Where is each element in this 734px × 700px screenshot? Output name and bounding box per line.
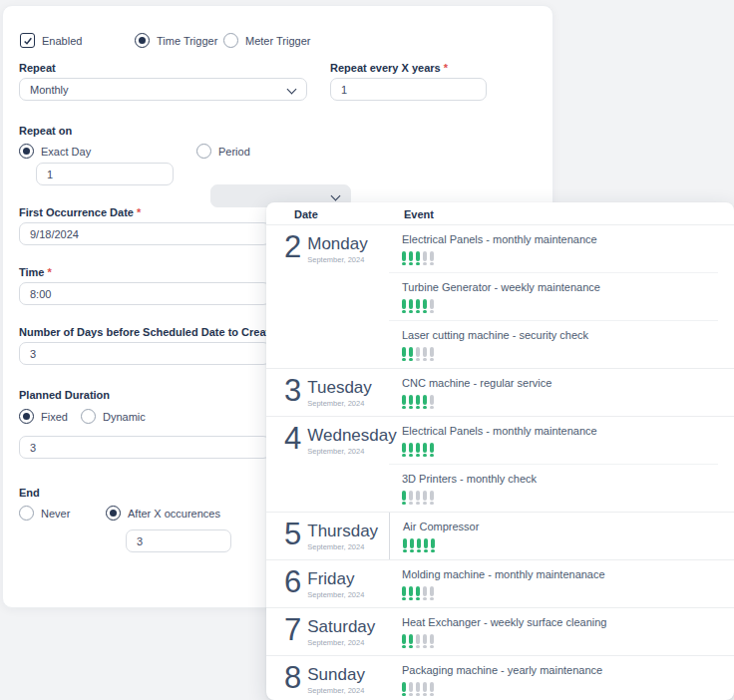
after-x-occurences-radio[interactable]: [106, 506, 121, 521]
day-row: 5ThursdaySeptember, 2024Air Compressor: [266, 512, 734, 559]
date-cell: 4WednesdaySeptember, 2024: [266, 417, 389, 512]
event-item[interactable]: Turbine Generator - weekly maintenance: [389, 272, 718, 320]
meter-trigger-radio[interactable]: [223, 33, 238, 48]
event-title: Electrical Panels - monthly maintenance: [402, 233, 718, 246]
day-subtitle: September, 2024: [307, 542, 378, 551]
progress-bar-segment: [416, 586, 420, 600]
progress-bar-segment: [416, 347, 420, 361]
period-radio[interactable]: [196, 144, 211, 159]
progress-bar-segment: [409, 251, 413, 265]
progress-bars: [402, 347, 718, 361]
exact-day-option[interactable]: Exact Day: [19, 144, 91, 159]
repeat-every-input[interactable]: [330, 78, 487, 101]
day-name: Wednesday: [307, 427, 396, 445]
day-name: Friday: [307, 570, 364, 588]
date-cell: 8SundaySeptember, 2024: [266, 656, 389, 700]
date-column-header: Date: [266, 208, 389, 220]
event-title: Turbine Generator - weekly maintenance: [402, 281, 718, 294]
day-number: 8: [284, 664, 301, 692]
fixed-option[interactable]: Fixed: [19, 409, 68, 424]
day-number: 7: [284, 616, 301, 644]
progress-bar-segment: [430, 299, 434, 313]
progress-bar-segment: [423, 299, 427, 313]
event-item[interactable]: Electrical Panels - monthly maintenance: [389, 417, 718, 464]
time-trigger-option[interactable]: Time Trigger: [135, 33, 217, 48]
never-label: Never: [41, 508, 70, 520]
progress-bar-segment: [416, 251, 420, 265]
progress-bars: [403, 538, 718, 552]
progress-bars: [402, 395, 718, 409]
event-item[interactable]: Laser cutting machine - security check: [389, 320, 718, 368]
progress-bar-segment: [402, 682, 406, 696]
period-option[interactable]: Period: [196, 144, 250, 159]
dynamic-radio[interactable]: [81, 409, 96, 424]
progress-bar-segment: [409, 491, 413, 505]
progress-bar-segment: [423, 443, 427, 457]
progress-bars: [402, 443, 718, 457]
progress-bar-segment: [410, 538, 414, 552]
event-item[interactable]: Molding machine - monthly maintenanace: [389, 560, 718, 607]
chevron-down-icon: [287, 85, 297, 95]
after-x-occurences-option[interactable]: After X occurences: [106, 506, 220, 521]
progress-bar-segment: [402, 443, 406, 457]
progress-bar-segment: [423, 491, 427, 505]
progress-bar-segment: [416, 634, 420, 648]
calendar-header: Date Event: [266, 202, 734, 225]
never-option[interactable]: Never: [19, 506, 70, 521]
day-name: Monday: [307, 235, 367, 253]
day-number: 5: [284, 521, 301, 548]
days-before-wo-input[interactable]: [19, 342, 270, 365]
exact-day-input[interactable]: [36, 163, 174, 185]
event-item[interactable]: Electrical Panels - monthly maintenance: [389, 225, 718, 272]
exact-day-radio[interactable]: [19, 144, 34, 159]
progress-bars: [402, 586, 718, 600]
progress-bar-segment: [416, 682, 420, 696]
events-column: Electrical Panels - monthly maintenance3…: [389, 417, 734, 512]
meter-trigger-label: Meter Trigger: [245, 35, 310, 47]
repeat-every-label: Repeat every X years*: [330, 62, 448, 74]
date-cell: 6FridaySeptember, 2024: [266, 560, 389, 607]
repeat-label: Repeat: [19, 62, 56, 74]
event-title: CNC machine - regular service: [402, 377, 718, 390]
progress-bar-segment: [402, 491, 406, 505]
progress-bar-segment: [409, 299, 413, 313]
repeat-on-label: Repeat on: [19, 125, 72, 137]
progress-bar-segment: [423, 251, 427, 265]
end-occurences-input[interactable]: [126, 529, 231, 552]
enabled-checkbox[interactable]: [20, 33, 35, 48]
progress-bar-segment: [402, 395, 406, 409]
event-item[interactable]: CNC machine - regular service: [389, 369, 718, 416]
day-name: Sunday: [307, 666, 365, 684]
period-label: Period: [218, 146, 250, 158]
progress-bar-segment: [409, 634, 413, 648]
day-subtitle: September, 2024: [307, 447, 396, 456]
time-trigger-label: Time Trigger: [157, 35, 217, 47]
planned-duration-input[interactable]: [19, 436, 270, 459]
progress-bar-segment: [402, 251, 406, 265]
progress-bar-segment: [430, 443, 434, 457]
repeat-select[interactable]: Monthly: [19, 78, 307, 101]
meter-trigger-option[interactable]: Meter Trigger: [223, 33, 310, 48]
event-item[interactable]: Packaging machine - yearly maintenance: [389, 656, 718, 700]
days-before-wo-label: Number of Days before Scheduled Date to …: [19, 326, 305, 338]
event-item[interactable]: Heat Exchanger - weekly surface cleaning: [389, 608, 718, 655]
progress-bar-segment: [409, 443, 413, 457]
check-icon: [23, 36, 33, 46]
progress-bar-segment: [431, 538, 435, 552]
dynamic-option[interactable]: Dynamic: [81, 409, 146, 424]
fixed-radio[interactable]: [19, 409, 34, 424]
events-column: Electrical Panels - monthly maintenanceT…: [389, 225, 734, 368]
event-item[interactable]: Air Compressor: [390, 513, 718, 559]
day-subtitle: September, 2024: [307, 399, 372, 408]
first-occurrence-input[interactable]: [19, 222, 270, 245]
never-radio[interactable]: [19, 506, 34, 521]
event-item[interactable]: 3D Printers - monthly check: [389, 464, 718, 512]
events-column: Air Compressor: [389, 513, 734, 559]
progress-bars: [402, 299, 718, 313]
event-title: Molding machine - monthly maintenanace: [402, 568, 718, 581]
time-input[interactable]: [19, 282, 270, 305]
time-label: Time*: [19, 266, 52, 278]
progress-bar-segment: [430, 491, 434, 505]
enabled-label: Enabled: [42, 35, 82, 47]
time-trigger-radio[interactable]: [135, 33, 150, 48]
